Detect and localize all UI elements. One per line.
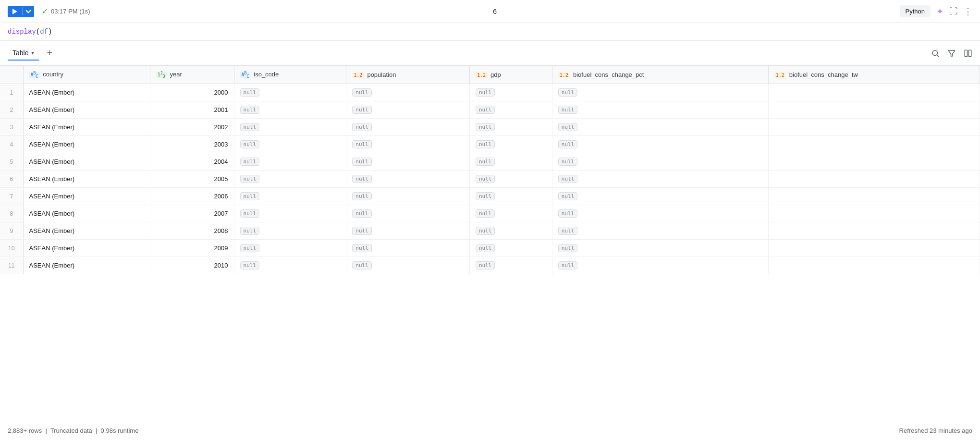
col-header-iso-code[interactable]: ABC iso_code [234,66,346,84]
cell-year: 2010 [150,257,234,274]
null-badge: null [240,106,260,114]
col-header-population[interactable]: 1.2 population [346,66,470,84]
null-badge: null [352,192,372,200]
svg-rect-4 [969,50,971,57]
col-type-year: 123 [156,72,168,77]
null-badge: null [558,88,578,97]
run-button-group [8,6,34,17]
cell-gdp: null [469,153,552,171]
cell-biofuel-cons-change-pct: null [552,222,768,240]
cell-year: 2000 [150,84,234,101]
cell-gdp: null [469,119,552,136]
cell-biofuel-cons-change-tw [768,188,980,205]
col-header-biofuel-tw[interactable]: 1.2 biofuel_cons_change_tw [768,66,980,84]
cell-biofuel-cons-change-pct: null [552,136,768,153]
cell-population: null [346,84,470,101]
data-table-container[interactable]: ABC country 123 year ABC [0,66,980,421]
more-options-icon[interactable]: ⋮ [964,6,972,17]
table-tab[interactable]: Table ▾ [8,46,39,61]
col-label-year: year [170,71,182,78]
cell-year: 2004 [150,153,234,171]
cell-biofuel-cons-change-tw [768,257,980,274]
null-badge: null [240,209,260,218]
cell-biofuel-cons-change-pct: null [552,188,768,205]
cell-population: null [346,240,470,257]
filter-button[interactable] [947,49,956,58]
run-button[interactable] [8,6,22,17]
col-label-country: country [43,71,63,78]
null-badge: null [352,244,372,252]
cell-row-num: 8 [0,205,23,222]
col-label-population: population [367,71,396,78]
table-toolbar: Table ▾ + [0,41,980,66]
col-label-iso-code: iso_code [254,71,279,78]
null-badge: null [558,192,578,200]
null-badge: null [476,244,495,252]
cell-iso-code: null [234,101,346,119]
code-function: display [8,28,36,36]
columns-icon [964,49,972,58]
cell-gdp: null [469,222,552,240]
col-header-biofuel-pct[interactable]: 1.2 biofuel_cons_change_pct [552,66,768,84]
null-badge: null [240,261,260,269]
table-row: 8ASEAN (Ember)2007nullnullnullnull [0,205,980,222]
cell-year: 2005 [150,171,234,188]
python-button[interactable]: Python [900,5,931,17]
col-header-year[interactable]: 123 year [150,66,234,84]
col-header-gdp[interactable]: 1.2 gdp [469,66,552,84]
null-badge: null [240,88,260,97]
cell-gdp: null [469,101,552,119]
table-row: 7ASEAN (Ember)2006nullnullnullnull [0,188,980,205]
status-separator-1: | [44,427,50,434]
cell-iso-code: null [234,205,346,222]
cell-country: ASEAN (Ember) [23,205,150,222]
null-badge: null [476,106,495,114]
run-dropdown-button[interactable] [22,7,34,15]
sparkle-icon[interactable]: ✦ [936,6,943,17]
table-row: 1ASEAN (Ember)2000nullnullnullnull [0,84,980,101]
cell-country: ASEAN (Ember) [23,171,150,188]
cell-population: null [346,119,470,136]
cell-iso-code: null [234,84,346,101]
cell-gdp: null [469,171,552,188]
add-tab-button[interactable]: + [43,46,56,61]
cell-iso-code: null [234,188,346,205]
cell-year: 2007 [150,205,234,222]
cell-gdp: null [469,240,552,257]
cell-year: 2008 [150,222,234,240]
svg-rect-3 [965,50,967,57]
col-header-country[interactable]: ABC country [23,66,150,84]
cell-year: 2002 [150,119,234,136]
cell-country: ASEAN (Ember) [23,101,150,119]
cell-population: null [346,101,470,119]
cell-biofuel-cons-change-pct: null [552,240,768,257]
cell-biofuel-cons-change-pct: null [552,171,768,188]
null-badge: null [352,88,372,97]
col-type-biofuel-pct: 1.2 [558,72,571,78]
table-section: Table ▾ + [0,41,980,440]
code-paren-close: ) [48,28,52,36]
cell-row-num: 1 [0,84,23,101]
status-right: Refreshed 23 minutes ago [899,427,972,434]
cell-biofuel-cons-change-tw [768,101,980,119]
search-button[interactable] [931,49,940,58]
cell-biofuel-cons-change-tw [768,205,980,222]
table-tab-label: Table [12,49,28,57]
null-badge: null [352,106,372,114]
cell-population: null [346,136,470,153]
cell-population: null [346,188,470,205]
null-badge: null [352,158,372,166]
null-badge: null [240,158,260,166]
main-content: ✓ 03:17 PM (1s) 6 Python ✦ ⛶ ⋮ display(d… [0,0,980,440]
null-badge: null [558,106,578,114]
null-badge: null [352,261,372,269]
cell-population: null [346,257,470,274]
cell-toolbar: ✓ 03:17 PM (1s) 6 Python ✦ ⛶ ⋮ [0,0,980,23]
null-badge: null [558,209,578,218]
col-type-country: ABC [29,72,41,77]
cell-row-num: 3 [0,119,23,136]
expand-icon[interactable]: ⛶ [949,6,958,16]
cell-iso-code: null [234,171,346,188]
status-time: 03:17 PM (1s) [51,8,90,15]
columns-button[interactable] [964,49,972,58]
